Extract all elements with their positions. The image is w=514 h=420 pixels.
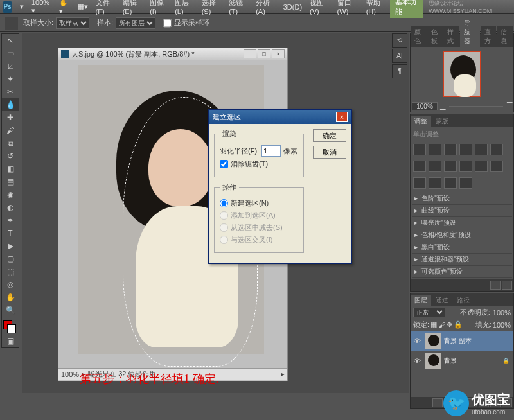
layer-thumb[interactable] — [425, 353, 441, 369]
tab-paths[interactable]: 路径 — [453, 295, 474, 306]
crop-tool[interactable]: ✂ — [2, 85, 19, 98]
lock-all-icon[interactable]: 🔒 — [454, 320, 463, 329]
zoom-in-icon[interactable]: ▔ — [507, 102, 512, 110]
mb-grid[interactable]: ▦▾ — [74, 3, 92, 11]
tab-channels[interactable]: 通道 — [432, 295, 452, 306]
dialog-titlebar[interactable]: 建立选区 × — [209, 110, 351, 124]
preset-curves[interactable]: "曲线"预设 — [412, 205, 512, 217]
adj-vibrance-icon[interactable] — [475, 144, 488, 155]
mini-char-icon[interactable]: A| — [392, 49, 407, 63]
doc-close-button[interactable]: × — [272, 49, 285, 58]
type-tool[interactable]: T — [2, 227, 19, 240]
link-layers-icon[interactable] — [432, 398, 443, 407]
lock-trans-icon[interactable]: ▦ — [430, 320, 437, 329]
tab-adjust[interactable]: 调整 — [411, 116, 431, 127]
3d-cam-tool[interactable]: ◎ — [2, 278, 19, 291]
pen-tool[interactable]: ✒ — [2, 214, 19, 227]
gradient-tool[interactable]: ▤ — [2, 175, 19, 188]
adj-foot-1[interactable] — [490, 281, 501, 290]
tab-mask[interactable]: 蒙版 — [432, 116, 452, 127]
layer-thumb[interactable] — [425, 333, 441, 349]
zoom-tool[interactable]: 🔍 — [2, 304, 19, 317]
move-tool[interactable]: ↖ — [2, 34, 19, 47]
adj-levels-icon[interactable] — [429, 144, 441, 155]
color-swatch[interactable] — [2, 319, 19, 335]
brush-tool[interactable]: 🖌 — [2, 124, 19, 137]
wand-tool[interactable]: ✦ — [2, 73, 19, 85]
nav-zoom-input[interactable] — [412, 102, 438, 110]
cancel-button[interactable]: 取消 — [313, 146, 346, 159]
menu-file[interactable]: 文件(F) — [92, 0, 119, 15]
zoom-out-icon[interactable]: ▁ — [440, 102, 445, 110]
mb-hand[interactable]: ✋▾ — [55, 0, 74, 15]
lasso-tool[interactable]: ⟀ — [2, 60, 19, 73]
stamp-tool[interactable]: ⧉ — [2, 137, 19, 150]
preset-bw[interactable]: "黑白"预设 — [412, 241, 512, 254]
adj-4-icon[interactable] — [459, 177, 472, 189]
tab-layers[interactable]: 图层 — [411, 295, 431, 306]
fill-value[interactable]: 100% — [493, 321, 511, 329]
adj-foot-trash[interactable] — [502, 281, 512, 290]
navigator-thumbnail[interactable] — [443, 51, 481, 97]
layer-name[interactable]: 背景 — [444, 356, 457, 365]
layer-item-bg[interactable]: 👁 背景 🔒 — [411, 351, 513, 371]
background-color[interactable] — [7, 324, 16, 333]
preset-levels[interactable]: "色阶"预设 — [412, 193, 512, 205]
visibility-icon[interactable]: 👁 — [412, 357, 422, 365]
tab-navigator[interactable]: 导航器 — [460, 17, 480, 47]
menu-select[interactable]: 选择(S) — [198, 0, 226, 15]
zoom-slider[interactable] — [449, 106, 503, 107]
preset-selective[interactable]: "可选颜色"预设 — [412, 266, 512, 278]
history-brush-tool[interactable]: ↺ — [2, 150, 19, 162]
feather-input[interactable] — [261, 145, 281, 157]
visibility-icon[interactable]: 👁 — [412, 337, 422, 345]
menu-edit[interactable]: 编辑(E) — [119, 0, 146, 15]
tab-swatch[interactable]: 色板 — [427, 26, 443, 47]
blur-tool[interactable]: ◉ — [2, 188, 19, 201]
menu-view[interactable]: 视图(V) — [306, 0, 333, 15]
lock-move-icon[interactable]: ✥ — [447, 320, 452, 329]
doc-titlebar[interactable]: 大S.jpg @ 100% (背景 副本, RGB/8#) * _ □ × — [58, 48, 287, 60]
path-select-tool[interactable]: ▶ — [2, 240, 19, 252]
eraser-tool[interactable]: ◧ — [2, 162, 19, 175]
mb-br[interactable]: ▾ — [16, 3, 28, 11]
shape-tool[interactable]: ▢ — [2, 252, 19, 265]
menu-layer[interactable]: 图层(L) — [171, 0, 198, 15]
dodge-tool[interactable]: ◐ — [2, 201, 19, 214]
adj-3-icon[interactable] — [444, 177, 457, 189]
menu-3d[interactable]: 3D(D) — [279, 3, 306, 11]
opacity-value[interactable]: 100% — [493, 309, 511, 317]
adj-invert-icon[interactable] — [459, 161, 472, 172]
adj-photo-icon[interactable] — [429, 161, 441, 172]
ok-button[interactable]: 确定 — [313, 129, 346, 142]
mini-para-icon[interactable]: ¶ — [392, 64, 407, 78]
sample-size-select[interactable]: 取样点 — [56, 17, 89, 29]
adj-thresh-icon[interactable] — [490, 161, 503, 172]
marquee-tool[interactable]: ▭ — [2, 47, 19, 60]
op-new-radio[interactable] — [220, 199, 228, 207]
adj-poster-icon[interactable] — [475, 161, 488, 172]
eyedropper-tool[interactable]: 💧 — [2, 98, 19, 111]
layer-name[interactable]: 背景 副本 — [444, 337, 472, 346]
tab-histogram[interactable]: 直方 — [481, 26, 497, 47]
menu-filter[interactable]: 滤镜(T) — [225, 0, 252, 15]
menu-image[interactable]: 图像(I) — [146, 0, 171, 15]
adj-bw-icon[interactable] — [413, 161, 426, 172]
blend-mode-select[interactable]: 正常 — [413, 308, 445, 317]
adj-mixer-icon[interactable] — [444, 161, 457, 172]
lock-paint-icon[interactable]: 🖌 — [438, 321, 445, 329]
workspace-basic[interactable]: 基本功能 — [390, 0, 424, 18]
doc-zoom[interactable]: 100% — [61, 371, 79, 378]
adj-brightness-icon[interactable] — [413, 144, 426, 155]
doc-max-button[interactable]: □ — [258, 49, 270, 58]
show-ring-checkbox[interactable] — [163, 17, 172, 29]
menu-window[interactable]: 窗口(W) — [333, 0, 362, 15]
tab-color[interactable]: 颜色 — [411, 26, 427, 47]
menu-help[interactable]: 帮助(H) — [362, 0, 390, 15]
mb-zoom[interactable]: 100% ▾ — [28, 0, 55, 15]
layer-item-copy[interactable]: 👁 背景 副本 — [411, 331, 513, 351]
preset-mixer[interactable]: "通道混和器"预设 — [412, 254, 512, 266]
3d-tool[interactable]: ⬚ — [2, 265, 19, 278]
heal-tool[interactable]: ✚ — [2, 111, 19, 124]
adj-exposure-icon[interactable] — [459, 144, 472, 155]
